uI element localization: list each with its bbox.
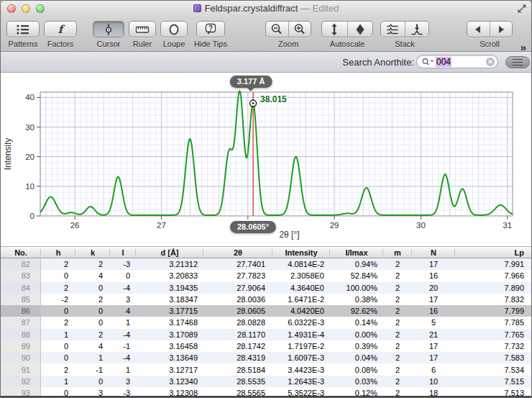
- table-cell: 4.3640E0: [272, 282, 330, 294]
- table-row[interactable]: 830403.2083327.78232.3058E052.84%2167.96…: [1, 270, 532, 281]
- peak-drop-icon: [410, 22, 424, 37]
- ruler-icon: [135, 24, 150, 35]
- clear-search-icon[interactable]: ✕: [486, 58, 495, 66]
- table-cell: 3.12717: [136, 363, 203, 375]
- table-cell: 2: [383, 376, 412, 387]
- table-cell: 0: [110, 270, 136, 281]
- table-cell: 3.17468: [136, 317, 203, 328]
- table-cell: 2: [41, 258, 75, 270]
- row-number-cell: 84: [1, 282, 41, 294]
- table-row[interactable]: 85-2233.1834728.00361.6471E-20.38%2177.8…: [1, 294, 532, 305]
- vertical-arrows-icon: [327, 22, 341, 37]
- table-cell: 20: [412, 282, 455, 294]
- diffraction-plot[interactable]: 2627282930310102030402θ [°]Intensity38.0…: [1, 73, 532, 246]
- stack-align-button[interactable]: [405, 22, 428, 37]
- cursor-intensity-value: 38.015: [260, 94, 287, 104]
- table-cell: 7.534: [455, 363, 532, 375]
- factors-button[interactable]: f Factors: [44, 21, 77, 48]
- table-row[interactable]: 912-113.1271728.51843.4423E-30.08%267.53…: [1, 363, 532, 375]
- hide-tips-button[interactable]: ? Hide Tips: [192, 21, 229, 48]
- row-number-cell: 87: [1, 317, 41, 328]
- autoscale-vertical-button[interactable]: [322, 22, 347, 37]
- column-header[interactable]: I/Imax: [330, 247, 383, 258]
- plot-canvas[interactable]: 2627282930310102030402θ [°]Intensity38.0…: [1, 73, 532, 246]
- table-cell: 21: [412, 329, 455, 340]
- table-row[interactable]: 860043.1771528.06054.0420E092.62%2167.79…: [1, 305, 532, 317]
- column-header[interactable]: Lp: [455, 247, 532, 258]
- column-header[interactable]: m: [383, 247, 412, 258]
- loupe-button[interactable]: Loupe: [160, 21, 188, 48]
- zoom-out-button[interactable]: [266, 22, 288, 37]
- table-row[interactable]: 8420-43.1943527.90644.3640E0100.00%2207.…: [1, 282, 532, 294]
- zoom-in-button[interactable]: [288, 22, 311, 37]
- stack-patterns-button[interactable]: [381, 22, 405, 37]
- arrow-left-icon: [472, 24, 484, 35]
- zoom-in-icon: [293, 22, 307, 37]
- table-row[interactable]: 8812-43.1708928.11701.4931E-40.00%2217.7…: [1, 329, 532, 340]
- search-value: 004: [436, 57, 451, 67]
- column-header[interactable]: h: [41, 247, 75, 258]
- patterns-button[interactable]: Patterns: [6, 21, 40, 48]
- x-tick-label: 27: [157, 221, 166, 230]
- table-cell: 28.5535: [203, 376, 272, 387]
- zoom-out-icon: [270, 22, 284, 37]
- hamburger-icon: [513, 59, 523, 60]
- scroll-right-button[interactable]: [490, 22, 512, 37]
- edited-badge: — Edited: [298, 3, 339, 14]
- column-header[interactable]: l: [110, 247, 136, 258]
- stack-group: Stack: [380, 21, 429, 48]
- minimize-button[interactable]: [22, 4, 30, 13]
- table-row[interactable]: 8222-33.2131227.74014.0814E-20.94%2177.9…: [1, 258, 532, 270]
- column-header[interactable]: 2θ: [203, 247, 272, 258]
- table-cell: 27.7401: [203, 258, 272, 270]
- column-header[interactable]: d [Å]: [136, 247, 203, 258]
- table-cell: 4: [110, 305, 136, 317]
- table-cell: 7.583: [455, 352, 532, 363]
- autoscale-fit-button[interactable]: [347, 22, 372, 37]
- row-number-cell: 91: [1, 363, 41, 375]
- ruler-button[interactable]: Ruler: [129, 21, 156, 48]
- window-title-text: Feldspar.crystaldiffract: [205, 3, 298, 14]
- table-row[interactable]: 872013.1746828.08286.0322E-30.14%257.785: [1, 317, 532, 328]
- column-header[interactable]: k: [75, 247, 110, 258]
- table-cell: 2: [41, 363, 75, 375]
- table-cell: 2: [383, 340, 412, 352]
- loupe-icon: [167, 22, 181, 37]
- search-input[interactable]: 004 ✕: [416, 55, 498, 68]
- table-cell: -4: [110, 329, 136, 340]
- cursor-dspacing-tooltip[interactable]: 3.177 Å: [230, 76, 272, 88]
- table-row[interactable]: 8904-13.1645828.17421.7197E-20.39%2177.7…: [1, 340, 532, 352]
- table-cell: 2: [383, 258, 412, 270]
- y-tick-label: 10: [25, 182, 35, 191]
- table-cell: 2: [75, 258, 110, 270]
- table-cell: 0.00%: [330, 329, 383, 340]
- table-cell: 2.3058E0: [272, 270, 330, 281]
- cursor-button[interactable]: Cursor: [93, 21, 124, 48]
- table-cell: 3.19435: [136, 282, 203, 294]
- column-header[interactable]: N: [412, 247, 455, 258]
- table-cell: 1: [110, 317, 136, 328]
- column-header[interactable]: No.: [1, 247, 41, 258]
- table-cell: 1: [41, 329, 75, 340]
- table-cell: 0.38%: [330, 294, 383, 305]
- search-icon[interactable]: [421, 58, 435, 66]
- fullscreen-icon[interactable]: [517, 4, 527, 14]
- table-cell: 1: [75, 352, 110, 363]
- close-button[interactable]: [7, 4, 16, 13]
- column-header[interactable]: Intensity: [272, 247, 330, 258]
- zoom-group: Zoom: [265, 21, 311, 48]
- title-bar[interactable]: Feldspar.crystaldiffract — Edited: [1, 1, 531, 17]
- row-number-cell: 90: [1, 352, 41, 363]
- patterns-icon: [15, 23, 31, 36]
- zoom-window-button[interactable]: [36, 4, 45, 13]
- reflections-list-button[interactable]: [505, 56, 530, 68]
- table-row[interactable]: 921033.1234028.55351.2643E-30.03%2107.51…: [1, 376, 532, 387]
- table-row[interactable]: 9001-43.1364928.43191.6097E-30.04%2177.5…: [1, 352, 532, 363]
- table-cell: 7.732: [455, 340, 532, 352]
- stacked-curves-icon: [385, 22, 400, 37]
- table-cell: 1.4931E-4: [272, 329, 330, 340]
- svg-text:?: ?: [208, 24, 213, 32]
- table-cell: 1.7197E-2: [272, 340, 330, 352]
- cursor-angle-tooltip[interactable]: 28.0605°: [230, 221, 276, 233]
- scroll-left-button[interactable]: [467, 22, 490, 37]
